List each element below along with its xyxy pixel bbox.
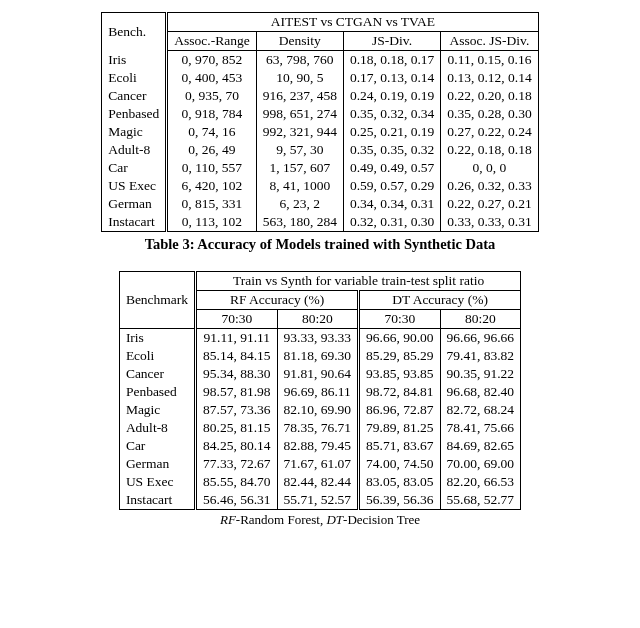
cell-value: 55.71, 52.57	[277, 491, 359, 510]
legend-dt-text: -Decision Tree	[343, 512, 420, 527]
cell-value: 0.59, 0.57, 0.29	[343, 177, 440, 195]
cell-value: 0.17, 0.13, 0.14	[343, 69, 440, 87]
table-row: German0, 815, 3316, 23, 20.34, 0.34, 0.3…	[102, 195, 538, 213]
cell-value: 10, 90, 5	[256, 69, 343, 87]
cell-value: 81.18, 69.30	[277, 347, 359, 365]
super-header: AITEST vs CTGAN vs TVAE	[167, 13, 538, 32]
benchmark-name: Cancer	[119, 365, 195, 383]
cell-value: 82.72, 68.24	[440, 401, 521, 419]
cell-value: 70.00, 69.00	[440, 455, 521, 473]
table-row: Iris0, 970, 85263, 798, 7600.18, 0.18, 0…	[102, 51, 538, 70]
bench-name: Iris	[102, 51, 167, 70]
group-dt: DT Accuracy (%)	[359, 291, 521, 310]
cell-value: 8, 41, 1000	[256, 177, 343, 195]
table-row: US Exec85.55, 84.7082.44, 82.4483.05, 83…	[119, 473, 520, 491]
comparison-table: Bench. AITEST vs CTGAN vs TVAE Assoc.-Ra…	[101, 12, 538, 232]
cell-value: 87.57, 73.36	[196, 401, 278, 419]
cell-value: 0, 113, 102	[167, 213, 256, 232]
split-dt-8020: 80:20	[440, 310, 521, 329]
cell-value: 71.67, 61.07	[277, 455, 359, 473]
cell-value: 85.55, 84.70	[196, 473, 278, 491]
split-rf-7030: 70:30	[196, 310, 278, 329]
table2-legend: RF-Random Forest, DT-Decision Tree	[12, 512, 628, 528]
cell-value: 79.89, 81.25	[359, 419, 441, 437]
col-density: Density	[256, 32, 343, 51]
cell-value: 0.11, 0.15, 0.16	[441, 51, 538, 70]
cell-value: 82.10, 69.90	[277, 401, 359, 419]
legend-dt-abbr: DT	[326, 512, 343, 527]
cell-value: 85.29, 85.29	[359, 347, 441, 365]
col-jsdiv: JS-Div.	[343, 32, 440, 51]
cell-value: 992, 321, 944	[256, 123, 343, 141]
cell-value: 85.71, 83.67	[359, 437, 441, 455]
table-row: Car0, 110, 5571, 157, 6070.49, 0.49, 0.5…	[102, 159, 538, 177]
cell-value: 93.33, 93.33	[277, 329, 359, 348]
cell-value: 0.32, 0.31, 0.30	[343, 213, 440, 232]
cell-value: 0, 970, 852	[167, 51, 256, 70]
cell-value: 998, 651, 274	[256, 105, 343, 123]
cell-value: 96.69, 86.11	[277, 383, 359, 401]
table-row: Ecoli85.14, 84.1581.18, 69.3085.29, 85.2…	[119, 347, 520, 365]
benchmark-name: Ecoli	[119, 347, 195, 365]
table-row: Penbased0, 918, 784998, 651, 2740.35, 0.…	[102, 105, 538, 123]
benchmark-name: Iris	[119, 329, 195, 348]
cell-value: 95.34, 88.30	[196, 365, 278, 383]
benchmark-name: Car	[119, 437, 195, 455]
table-row: Iris91.11, 91.1193.33, 93.3396.66, 90.00…	[119, 329, 520, 348]
benchmark-name: Penbased	[119, 383, 195, 401]
cell-value: 91.81, 90.64	[277, 365, 359, 383]
table-row: Instacart56.46, 56.3155.71, 52.5756.39, …	[119, 491, 520, 510]
col-assoc-jsdiv: Assoc. JS-Div.	[441, 32, 538, 51]
cell-value: 916, 237, 458	[256, 87, 343, 105]
legend-rf-text: -Random Forest,	[236, 512, 327, 527]
cell-value: 63, 798, 760	[256, 51, 343, 70]
cell-value: 0.34, 0.34, 0.31	[343, 195, 440, 213]
cell-value: 84.69, 82.65	[440, 437, 521, 455]
bench-name: Penbased	[102, 105, 167, 123]
cell-value: 0.49, 0.49, 0.57	[343, 159, 440, 177]
cell-value: 0.13, 0.12, 0.14	[441, 69, 538, 87]
cell-value: 0.22, 0.27, 0.21	[441, 195, 538, 213]
table1-caption: Table 3: Accuracy of Models trained with…	[12, 236, 628, 253]
benchmark-name: Adult-8	[119, 419, 195, 437]
cell-value: 78.41, 75.66	[440, 419, 521, 437]
cell-value: 0.25, 0.21, 0.19	[343, 123, 440, 141]
super-header-2: Train vs Synth for variable train-test s…	[196, 272, 521, 291]
cell-value: 0.22, 0.20, 0.18	[441, 87, 538, 105]
cell-value: 96.68, 82.40	[440, 383, 521, 401]
cell-value: 90.35, 91.22	[440, 365, 521, 383]
cell-value: 98.72, 84.81	[359, 383, 441, 401]
bench-name: Ecoli	[102, 69, 167, 87]
cell-value: 82.88, 79.45	[277, 437, 359, 455]
col-benchmark: Benchmark	[119, 272, 195, 329]
cell-value: 563, 180, 284	[256, 213, 343, 232]
cell-value: 0.35, 0.28, 0.30	[441, 105, 538, 123]
cell-value: 0.26, 0.32, 0.33	[441, 177, 538, 195]
cell-value: 9, 57, 30	[256, 141, 343, 159]
col-assoc-range: Assoc.-Range	[167, 32, 256, 51]
table-row: Magic87.57, 73.3682.10, 69.9086.96, 72.8…	[119, 401, 520, 419]
cell-value: 77.33, 72.67	[196, 455, 278, 473]
group-rf: RF Accuracy (%)	[196, 291, 359, 310]
cell-value: 6, 23, 2	[256, 195, 343, 213]
table-row: Cancer0, 935, 70916, 237, 4580.24, 0.19,…	[102, 87, 538, 105]
cell-value: 79.41, 83.82	[440, 347, 521, 365]
table-row: Penbased98.57, 81.9896.69, 86.1198.72, 8…	[119, 383, 520, 401]
cell-value: 0, 935, 70	[167, 87, 256, 105]
benchmark-name: Instacart	[119, 491, 195, 510]
cell-value: 56.39, 56.36	[359, 491, 441, 510]
bench-name: US Exec	[102, 177, 167, 195]
cell-value: 6, 420, 102	[167, 177, 256, 195]
cell-value: 0, 0, 0	[441, 159, 538, 177]
table-row: US Exec6, 420, 1028, 41, 10000.59, 0.57,…	[102, 177, 538, 195]
table-row: Instacart0, 113, 102563, 180, 2840.32, 0…	[102, 213, 538, 232]
benchmark-name: Magic	[119, 401, 195, 419]
bench-name: Instacart	[102, 213, 167, 232]
cell-value: 1, 157, 607	[256, 159, 343, 177]
table-row: Adult-80, 26, 499, 57, 300.35, 0.35, 0.3…	[102, 141, 538, 159]
bench-name: German	[102, 195, 167, 213]
table-row: Magic0, 74, 16992, 321, 9440.25, 0.21, 0…	[102, 123, 538, 141]
cell-value: 0.22, 0.18, 0.18	[441, 141, 538, 159]
cell-value: 98.57, 81.98	[196, 383, 278, 401]
cell-value: 74.00, 74.50	[359, 455, 441, 473]
